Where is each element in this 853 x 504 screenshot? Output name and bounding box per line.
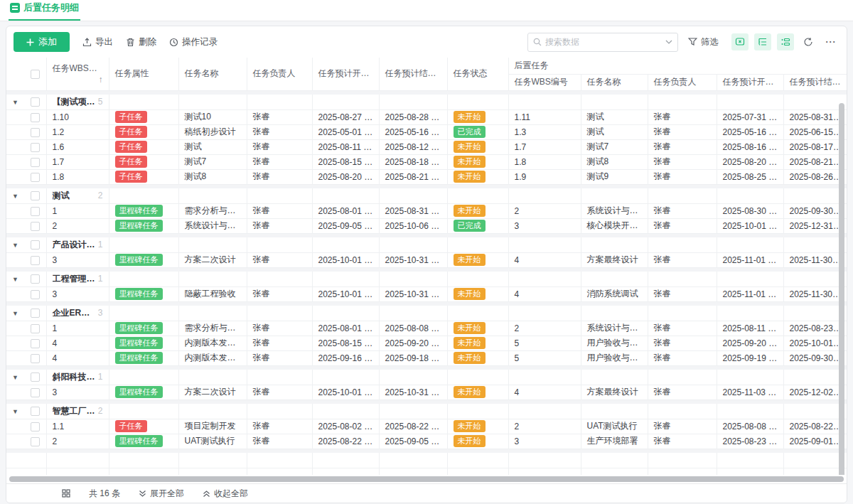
cell-name[interactable]: 需求分析与立项 <box>178 203 247 218</box>
cell-status[interactable]: 未开始 <box>447 109 508 124</box>
cell-attr[interactable]: 子任务 <box>109 169 178 184</box>
refresh-button[interactable] <box>800 33 817 50</box>
cell-start[interactable]: 2025-05-01 10:11 <box>312 124 379 139</box>
collapse-all-button[interactable]: 收起全部 <box>203 488 248 500</box>
cell-p_end[interactable]: 2025-09-30 11:11 <box>783 350 847 365</box>
header-attr[interactable]: 任务属性 <box>109 58 178 90</box>
cell-owner[interactable]: 张睿 <box>247 139 312 154</box>
cell-wbs[interactable]: 2 <box>46 218 109 233</box>
row-checkbox[interactable] <box>31 354 40 363</box>
cell-owner[interactable]: 张睿 <box>247 124 312 139</box>
tree-view-button[interactable] <box>754 33 771 50</box>
cell-name[interactable]: 测试8 <box>178 169 247 184</box>
group-name-cell[interactable]: 工程管理测试项目1 <box>46 272 109 286</box>
cell-p_owner[interactable]: 张睿 <box>648 385 717 400</box>
row-checkbox[interactable] <box>31 388 40 397</box>
group-name-cell[interactable]: 智慧工厂软件交付2 <box>46 404 109 419</box>
group-checkbox[interactable] <box>31 240 40 250</box>
cell-p_wbs[interactable]: 3 <box>508 218 581 233</box>
group-checkbox[interactable] <box>31 97 40 107</box>
search-input[interactable] <box>545 37 662 47</box>
comment-panel-button[interactable] <box>731 33 749 50</box>
group-checkbox[interactable] <box>31 372 40 382</box>
cell-owner[interactable]: 张睿 <box>247 286 312 301</box>
cell-p_wbs[interactable]: 5 <box>508 336 581 350</box>
cell-name[interactable]: 项目定制开发 <box>178 419 247 434</box>
horizontal-scrollbar[interactable] <box>9 476 844 482</box>
cell-p_start[interactable]: 2025-10-01 15:37 <box>717 218 783 233</box>
cell-attr[interactable]: 子任务 <box>109 419 178 434</box>
cell-wbs[interactable]: 4 <box>46 350 109 365</box>
cell-p_start[interactable]: 2025-11-03 17:58 <box>717 385 783 400</box>
cell-p_start[interactable]: 2025-08-11 11:10 <box>717 321 783 336</box>
cell-attr[interactable]: 里程碑任务 <box>109 203 178 218</box>
cell-p_name[interactable]: UAT测试执行 <box>581 419 648 434</box>
cell-p_name[interactable]: 系统设计与原型确认 <box>581 203 648 218</box>
header-post-start[interactable]: 任务预计开始时间 <box>717 74 783 90</box>
cell-start[interactable]: 2025-08-20 20:58 <box>312 169 379 184</box>
cell-name[interactable]: 需求分析与立项 <box>178 321 247 336</box>
cell-p_end[interactable]: 2025-08-17 20:57 <box>783 139 847 154</box>
cell-p_wbs[interactable]: 2 <box>508 203 581 218</box>
cell-p_owner[interactable]: 张睿 <box>648 124 717 139</box>
cell-end[interactable]: 2025-09-05 09:43 <box>379 434 447 449</box>
row-checkbox[interactable] <box>31 113 40 122</box>
expand-all-button[interactable]: 展开全部 <box>139 488 184 500</box>
cell-p_name[interactable]: 核心模块开发完成 <box>581 218 648 233</box>
cell-status[interactable]: 未开始 <box>447 286 508 301</box>
cell-owner[interactable]: 张睿 <box>247 336 312 350</box>
cell-p_owner[interactable]: 张睿 <box>648 139 717 154</box>
search-box[interactable] <box>527 33 678 52</box>
cell-p_end[interactable]: 2025-08-23 11:10 <box>783 321 847 336</box>
cell-p_owner[interactable]: 张睿 <box>648 336 717 350</box>
cell-p_name[interactable]: 测试8 <box>581 154 648 169</box>
chevron-down-icon[interactable] <box>665 40 672 44</box>
cell-owner[interactable]: 张睿 <box>247 109 312 124</box>
cell-p_wbs[interactable]: 1.3 <box>508 124 581 139</box>
cell-p_wbs[interactable]: 4 <box>508 252 581 267</box>
cell-owner[interactable]: 张睿 <box>247 154 312 169</box>
cell-status[interactable]: 未开始 <box>447 385 508 400</box>
cell-start[interactable]: 2025-08-01 11:10 <box>312 321 379 336</box>
cell-end[interactable]: 2025-10-06 15:44 <box>379 218 447 233</box>
cell-end[interactable]: 2025-10-31 19:11 <box>379 385 447 400</box>
cell-p_end[interactable]: 2025-09-30 15:37 <box>783 203 847 218</box>
row-checkbox[interactable] <box>31 158 40 167</box>
cell-wbs[interactable]: 4 <box>46 336 109 350</box>
row-checkbox[interactable] <box>31 222 40 231</box>
header-status[interactable]: 任务状态 <box>447 58 508 90</box>
group-name-cell[interactable]: 企业ERP系统升级3 <box>46 306 109 321</box>
cell-p_end[interactable]: 2025-06-15 10:11 <box>783 124 847 139</box>
cell-attr[interactable]: 里程碑任务 <box>109 350 178 365</box>
cell-p_wbs[interactable]: 5 <box>508 350 581 365</box>
cell-p_start[interactable]: 2025-09-19 11:10 <box>717 350 783 365</box>
cell-name[interactable]: 系统设计与原型确认 <box>178 218 247 233</box>
cell-owner[interactable]: 张睿 <box>247 203 312 218</box>
cell-name[interactable]: 内测版本发布与测试 <box>178 350 247 365</box>
cell-p_end[interactable]: 2025-11-30 11:11 <box>783 252 847 267</box>
cell-start[interactable]: 2025-08-22 09:44 <box>312 434 379 449</box>
cell-p_start[interactable]: 2025-08-23 09:37 <box>717 434 783 449</box>
cell-attr[interactable]: 里程碑任务 <box>109 286 178 301</box>
cell-wbs[interactable]: 1.7 <box>46 154 109 169</box>
cell-wbs[interactable]: 1.1 <box>46 419 109 434</box>
cell-p_end[interactable]: 2025-08-31 15:49 <box>783 109 847 124</box>
cell-p_owner[interactable]: 张睿 <box>648 154 717 169</box>
cell-p_start[interactable]: 2025-09-20 20:20 <box>717 336 783 350</box>
cell-name[interactable]: 测试 <box>178 139 247 154</box>
cell-attr[interactable]: 里程碑任务 <box>109 434 178 449</box>
cell-p_owner[interactable]: 张睿 <box>648 321 717 336</box>
cell-p_wbs[interactable]: 1.8 <box>508 154 581 169</box>
cell-name[interactable]: 测试7 <box>178 154 247 169</box>
collapse-icon[interactable]: ▼ <box>12 374 18 381</box>
cell-wbs[interactable]: 1.8 <box>46 169 109 184</box>
cell-p_name[interactable]: 测试7 <box>581 139 648 154</box>
cell-status[interactable]: 未开始 <box>447 350 508 365</box>
collapse-icon[interactable]: ▼ <box>12 310 18 317</box>
cell-wbs[interactable]: 3 <box>46 286 109 301</box>
cell-name[interactable]: 方案二次设计 <box>178 252 247 267</box>
cell-attr[interactable]: 里程碑任务 <box>109 252 178 267</box>
cell-attr[interactable]: 里程碑任务 <box>109 321 178 336</box>
cell-p_start[interactable]: 2025-11-01 11:11 <box>717 252 783 267</box>
cell-start[interactable]: 2025-10-01 19:11 <box>312 385 379 400</box>
